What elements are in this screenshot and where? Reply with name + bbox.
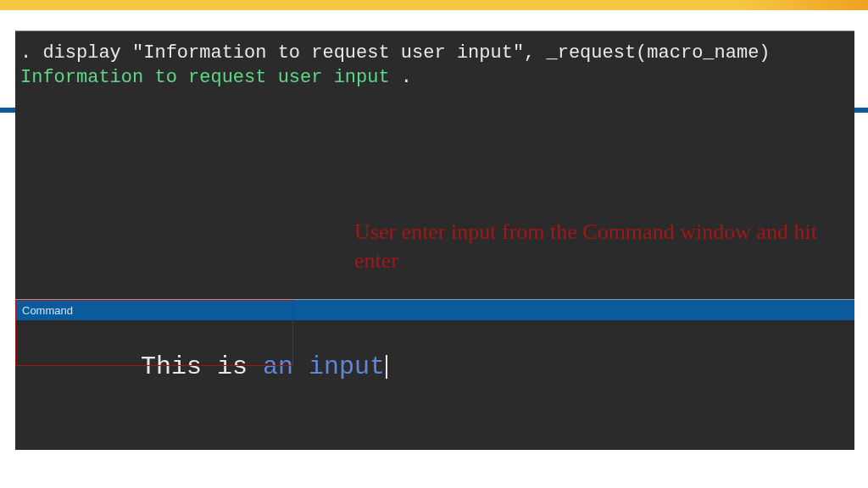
command-input[interactable] [15, 320, 854, 363]
stata-window: . display "Information to request user i… [15, 30, 854, 450]
results-pane: . display "Information to request user i… [15, 31, 854, 299]
command-pane: Command This is an input [15, 300, 854, 320]
output-text: Information to request user input [20, 67, 390, 88]
command-echo: . display "Information to request user i… [20, 42, 849, 66]
slide-top-border [0, 0, 868, 10]
output-trailing: . [390, 67, 412, 88]
output-line: Information to request user input . [20, 66, 849, 91]
instruction-annotation: User enter input from the Command window… [354, 218, 846, 275]
command-pane-title: Command [15, 300, 854, 320]
